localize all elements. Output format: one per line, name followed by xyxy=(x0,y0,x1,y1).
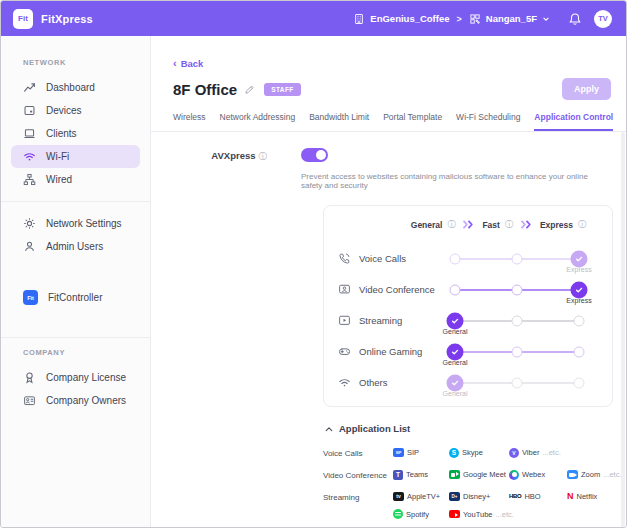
qos-row-label: Voice Calls xyxy=(359,253,406,264)
application-list-title: Application List xyxy=(339,423,410,434)
app-item: VViber...etc. xyxy=(509,447,567,458)
avxpress-toggle[interactable] xyxy=(301,148,328,162)
sidebar-item-admin-users[interactable]: Admin Users xyxy=(11,235,140,258)
app-name: YouTube xyxy=(463,510,492,519)
sidebar-item-wifi[interactable]: Wi-Fi xyxy=(11,145,140,168)
skype-icon: S xyxy=(449,448,459,458)
app-item: TTeams xyxy=(393,469,449,480)
sidebar-item-dashboard[interactable]: Dashboard xyxy=(11,76,140,99)
fitcontroller-icon: Fit xyxy=(23,290,38,305)
qos-row-others: Others General xyxy=(338,367,598,398)
slider-point-express[interactable] xyxy=(574,315,585,326)
app-name: Netflix xyxy=(577,492,598,501)
spotify-icon xyxy=(393,509,403,519)
page-title: 8F Office xyxy=(173,81,237,98)
check-icon xyxy=(575,285,584,294)
slider-point-express-selected[interactable] xyxy=(571,250,588,267)
sidebar-item-fitcontroller[interactable]: Fit FitController xyxy=(11,286,140,309)
app-item: HBOHBO xyxy=(509,491,567,501)
license-icon xyxy=(23,371,36,384)
qos-row-online-gaming: Online Gaming General xyxy=(338,336,598,367)
sidebar-item-clients[interactable]: Clients xyxy=(11,122,140,145)
tab-wifi-scheduling[interactable]: Wi-Fi Scheduling xyxy=(456,112,520,131)
breadcrumb-site[interactable]: Nangan_5F xyxy=(486,13,537,24)
back-link[interactable]: ‹ Back xyxy=(173,58,203,69)
app-name: Skype xyxy=(462,448,483,457)
wired-icon xyxy=(23,173,36,186)
app-item: Spotify xyxy=(393,509,449,519)
netflix-icon: N xyxy=(567,491,574,501)
info-icon[interactable]: ⓘ xyxy=(578,219,586,230)
slider-point-express[interactable] xyxy=(574,346,585,357)
others-slider: General xyxy=(455,374,579,392)
app-name: Webex xyxy=(522,470,545,479)
clients-icon xyxy=(23,127,36,140)
etc-label: ...etc. xyxy=(542,448,560,457)
tab-application-control[interactable]: Application Control xyxy=(534,112,613,131)
apply-button[interactable]: Apply xyxy=(562,78,611,100)
breadcrumb: EnGenius_Coffee > Nangan_5F xyxy=(353,13,550,25)
slider-point-fast[interactable] xyxy=(512,315,523,326)
app-item: D+Disney+ xyxy=(449,491,509,501)
qos-card: General ⓘ Fast ⓘ Express ⓘ xyxy=(323,205,613,407)
tab-bar: Wireless Network Addressing Bandwidth Li… xyxy=(173,112,611,131)
qos-levels-header: General ⓘ Fast ⓘ Express ⓘ xyxy=(338,219,598,230)
app-name: Viber xyxy=(522,448,539,457)
application-list-toggle[interactable]: Application List xyxy=(323,423,615,434)
others-wifi-icon xyxy=(338,376,351,389)
applist-group-video-conference: Video Conference TTeams Google Meet Webe… xyxy=(323,469,615,480)
devices-icon xyxy=(23,104,36,117)
chevron-down-icon[interactable] xyxy=(542,15,550,23)
logo-text: Fit xyxy=(18,14,28,23)
slider-point-fast[interactable] xyxy=(512,253,523,264)
slider-point-fast[interactable] xyxy=(512,377,523,388)
app-window: Fit FitXpress EnGenius_Coffee > Nangan_5… xyxy=(0,0,627,528)
slider-point-fast[interactable] xyxy=(512,346,523,357)
top-bar: Fit FitXpress EnGenius_Coffee > Nangan_5… xyxy=(1,1,626,36)
slider-point-fast[interactable] xyxy=(512,284,523,295)
applist-group-streaming: Streaming tvAppleTV+ D+Disney+ HBOHBO NN… xyxy=(323,491,615,519)
slider-point-general[interactable] xyxy=(450,253,461,264)
scrollbar[interactable] xyxy=(621,132,625,528)
slider-point-general-selected[interactable] xyxy=(447,312,464,329)
sidebar-item-company-owners[interactable]: Company Owners xyxy=(11,389,140,412)
sidebar-section-company: COMPANY xyxy=(1,348,150,357)
slider-point-general[interactable] xyxy=(450,284,461,295)
slider-point-general-selected[interactable] xyxy=(447,374,464,391)
slider-point-express-selected[interactable] xyxy=(571,281,588,298)
streaming-slider: General xyxy=(455,312,579,330)
tab-wireless[interactable]: Wireless xyxy=(173,112,206,131)
info-icon[interactable]: ⓘ xyxy=(505,219,513,230)
slider-point-express[interactable] xyxy=(574,377,585,388)
app-item: Webex xyxy=(509,469,567,480)
sidebar-item-devices[interactable]: Devices xyxy=(11,99,140,122)
application-list-section: Application List Voice Calls SIPSIP SSky… xyxy=(323,423,615,528)
sidebar-item-company-license[interactable]: Company License xyxy=(11,366,140,389)
sidebar-item-network-settings[interactable]: Network Settings xyxy=(11,212,140,235)
sidebar-divider xyxy=(1,201,150,202)
disney-plus-icon: D+ xyxy=(449,492,460,501)
sidebar-item-wired[interactable]: Wired xyxy=(11,168,140,191)
google-meet-icon xyxy=(449,470,460,479)
tab-network-addressing[interactable]: Network Addressing xyxy=(220,112,296,131)
info-icon[interactable]: ⓘ xyxy=(447,219,455,230)
user-avatar[interactable]: TV xyxy=(594,10,612,28)
applist-group-voice-calls: Voice Calls SIPSIP SSkype VViber...etc. xyxy=(323,447,615,458)
fitcontroller-logo-text: Fit xyxy=(27,295,34,301)
etc-label: ...etc. xyxy=(603,470,621,479)
notification-bell-icon[interactable] xyxy=(568,12,582,26)
fitxpress-logo-icon: Fit xyxy=(13,9,33,29)
level-express-label: Express xyxy=(540,220,573,230)
sidebar-section-network: NETWORK xyxy=(1,58,150,67)
sidebar-item-label: Dashboard xyxy=(46,82,95,93)
applist-category: Streaming xyxy=(323,491,393,519)
tab-portal-template[interactable]: Portal Template xyxy=(383,112,442,131)
app-name: Google Meet xyxy=(463,470,506,479)
slider-point-general-selected[interactable] xyxy=(447,343,464,360)
breadcrumb-org[interactable]: EnGenius_Coffee xyxy=(370,13,449,24)
back-label: Back xyxy=(181,58,204,69)
streaming-icon xyxy=(338,314,351,327)
info-icon[interactable]: ⓘ xyxy=(259,151,268,161)
tab-bandwidth-limit[interactable]: Bandwidth Limit xyxy=(309,112,369,131)
edit-title-icon[interactable] xyxy=(244,84,255,95)
